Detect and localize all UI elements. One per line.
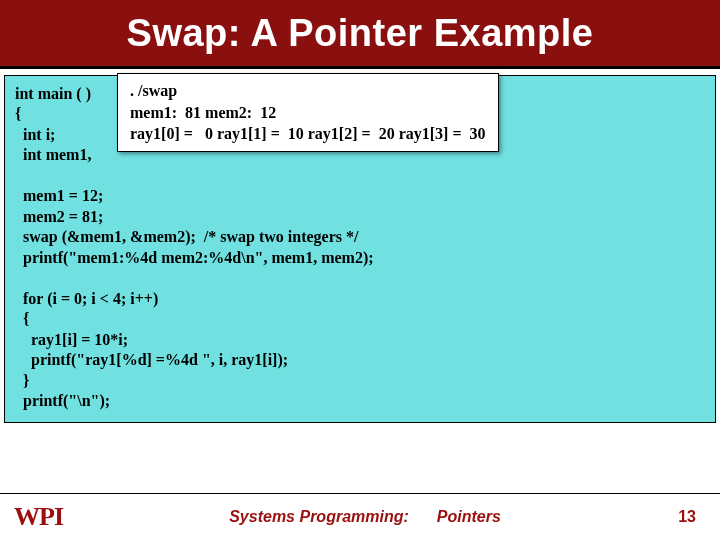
slide: Swap: A Pointer Example int main ( ) { i… bbox=[0, 0, 720, 540]
logo: WPI bbox=[14, 502, 94, 532]
program-output: . /swap mem1: 81 mem2: 12 ray1[0] = 0 ra… bbox=[117, 73, 499, 152]
slide-title: Swap: A Pointer Example bbox=[127, 12, 594, 55]
footer-label-right: Pointers bbox=[437, 508, 501, 526]
logo-text: WPI bbox=[14, 504, 63, 530]
footer: WPI Systems Programming: Pointers 13 bbox=[0, 493, 720, 540]
footer-label-left: Systems Programming: bbox=[229, 508, 409, 526]
title-bar: Swap: A Pointer Example bbox=[0, 0, 720, 69]
page-number: 13 bbox=[636, 508, 720, 526]
footer-center: Systems Programming: Pointers bbox=[94, 508, 636, 526]
content-area: int main ( ) { int i; int mem1, mem1 = 1… bbox=[4, 75, 716, 488]
